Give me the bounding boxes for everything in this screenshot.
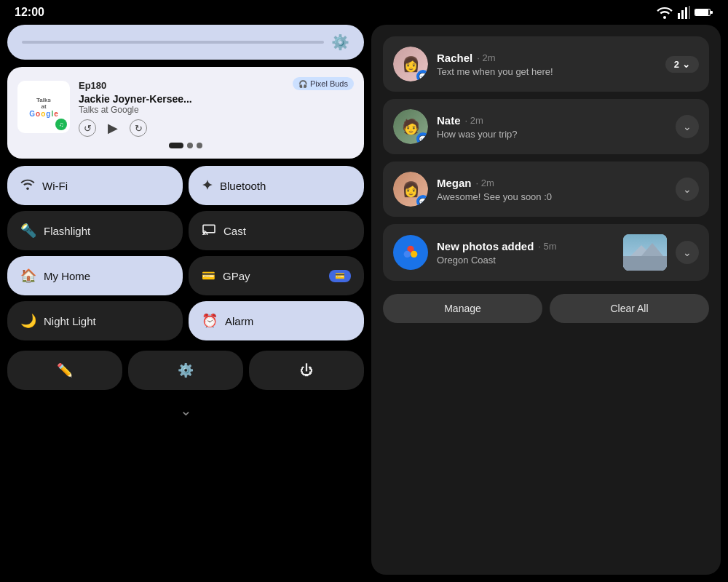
nate-content: Nate · 2m How was your trip?: [437, 114, 667, 140]
media-controls: ↺ ▶ ↻: [79, 119, 354, 137]
megan-time: · 2m: [476, 178, 494, 188]
bluetooth-label: Bluetooth: [220, 180, 266, 192]
wifi-status-icon: [657, 6, 673, 19]
status-bar: 12:00: [0, 0, 728, 25]
play-button[interactable]: ▶: [108, 120, 118, 136]
megan-header: Megan · 2m: [437, 177, 667, 189]
flashlight-icon: 🔦: [20, 223, 36, 239]
megan-avatar: 👩 💬: [393, 172, 428, 207]
brightness-bar[interactable]: ⚙️: [7, 25, 364, 60]
settings-button[interactable]: ⚙️: [128, 351, 243, 390]
bottom-bar: ✏️ ⚙️ ⏻: [7, 351, 364, 390]
google-photos-icon: [393, 235, 428, 270]
message-app-icon-nate: 💬: [416, 132, 428, 144]
megan-expand-button[interactable]: ⌄: [676, 178, 699, 201]
brightness-slider[interactable]: [22, 41, 324, 44]
media-album-art: Talks at Google ♫: [17, 81, 70, 133]
gpay-label: GPay: [223, 270, 250, 282]
gpay-card-badge: 💳: [329, 270, 351, 282]
collapse-chevron[interactable]: ⌄: [7, 397, 364, 423]
nate-message: How was your trip?: [437, 129, 667, 140]
media-pagination-dots: [17, 143, 354, 148]
media-source: Talks at Google: [79, 105, 354, 115]
forward-15-button[interactable]: ↻: [130, 119, 147, 137]
chevron-down-icon: ⌄: [682, 59, 690, 70]
edit-button[interactable]: ✏️: [7, 351, 122, 390]
toggle-grid: Wi-Fi ✦ Bluetooth 🔦 Flashlight Cast 🏠: [7, 166, 364, 340]
clear-all-button[interactable]: Clear All: [550, 294, 709, 323]
nate-expand-button[interactable]: ⌄: [676, 115, 699, 138]
flashlight-toggle[interactable]: 🔦 Flashlight: [7, 211, 183, 250]
wifi-toggle[interactable]: Wi-Fi: [7, 166, 183, 205]
alarm-toggle[interactable]: ⏰ Alarm: [189, 301, 364, 340]
svg-rect-0: [678, 13, 680, 19]
manage-button[interactable]: Manage: [383, 294, 542, 323]
photos-subtitle: Oregon Coast: [437, 255, 614, 266]
nightlight-toggle[interactable]: 🌙 Night Light: [7, 301, 183, 340]
photos-time: · 5m: [538, 241, 556, 252]
alarm-icon: ⏰: [202, 313, 218, 329]
rachel-header: Rachel · 2m: [437, 52, 657, 64]
notifications-panel: 👩 💬 Rachel · 2m Text me when you get her…: [371, 25, 721, 575]
gpay-icon: 💳: [202, 269, 215, 282]
alarm-label: Alarm: [225, 315, 253, 327]
rachel-count-badge[interactable]: 2 ⌄: [665, 56, 699, 73]
media-card[interactable]: Talks at Google ♫ Ep180 🎧 Pixel Buds: [7, 67, 364, 159]
notification-photos[interactable]: New photos added · 5m Oregon Coast ⌄: [383, 224, 709, 281]
rachel-message: Text me when you get here!: [437, 66, 657, 77]
myhome-toggle[interactable]: 🏠 My Home: [7, 256, 183, 295]
home-icon: 🏠: [20, 268, 36, 284]
nate-name: Nate: [437, 114, 461, 127]
svg-rect-7: [695, 9, 708, 15]
nate-header: Nate · 2m: [437, 114, 667, 127]
power-button[interactable]: ⏻: [249, 351, 364, 390]
battery-icon: [695, 7, 713, 17]
notification-rachel[interactable]: 👩 💬 Rachel · 2m Text me when you get her…: [383, 36, 709, 92]
svg-rect-2: [685, 7, 687, 19]
notification-actions: Manage Clear All: [383, 294, 709, 323]
rachel-name: Rachel: [437, 52, 472, 64]
rachel-content: Rachel · 2m Text me when you get here!: [437, 52, 657, 77]
gpay-toggle[interactable]: 💳 GPay 💳: [189, 256, 364, 295]
message-app-icon: 💬: [416, 70, 428, 81]
nate-avatar: 🧑 💬: [393, 109, 428, 144]
cast-toggle[interactable]: Cast: [189, 211, 364, 250]
svg-rect-1: [681, 10, 684, 19]
svg-rect-14: [623, 256, 667, 271]
rewind-15-button[interactable]: ↺: [79, 119, 96, 137]
notification-nate[interactable]: 🧑 💬 Nate · 2m How was your trip? ⌄: [383, 99, 709, 154]
main-content: ⚙️ Talks at Google ♫ Ep180 🎧: [0, 25, 728, 582]
photos-thumbnail: [623, 234, 667, 271]
svg-rect-5: [711, 11, 713, 14]
settings-icon[interactable]: ⚙️: [331, 33, 349, 51]
message-app-icon-megan: 💬: [416, 195, 428, 207]
megan-content: Megan · 2m Awesome! See you soon :0: [437, 177, 667, 202]
cast-label: Cast: [223, 225, 246, 237]
media-info: Ep180 🎧 Pixel Buds Jackie Joyner-Kersee.…: [79, 77, 354, 137]
photos-header: New photos added · 5m: [437, 240, 614, 252]
myhome-label: My Home: [44, 270, 90, 282]
photos-content: New photos added · 5m Oregon Coast: [437, 240, 614, 266]
dot-3: [197, 143, 202, 148]
status-icons: [657, 6, 713, 19]
signal-icon: [677, 6, 690, 19]
dot-1: [169, 143, 183, 148]
notification-megan[interactable]: 👩 💬 Megan · 2m Awesome! See you soon :0 …: [383, 162, 709, 217]
bluetooth-icon: ✦: [202, 178, 213, 194]
media-title: Jackie Joyner-Kersee...: [79, 93, 354, 105]
svg-point-12: [411, 251, 417, 258]
media-episode: Ep180: [79, 80, 106, 91]
quick-settings-panel: ⚙️ Talks at Google ♫ Ep180 🎧: [7, 25, 364, 575]
moon-icon: 🌙: [20, 313, 36, 329]
rachel-avatar: 👩 💬: [393, 47, 428, 81]
megan-name: Megan: [437, 177, 472, 189]
wifi-label: Wi-Fi: [42, 180, 68, 192]
bluetooth-toggle[interactable]: ✦ Bluetooth: [189, 166, 364, 205]
svg-rect-3: [689, 6, 690, 19]
cast-icon: [202, 223, 216, 239]
photos-expand-button[interactable]: ⌄: [676, 241, 699, 264]
spotify-icon: ♫: [55, 119, 67, 130]
status-time: 12:00: [15, 6, 44, 19]
rachel-time: · 2m: [477, 52, 495, 63]
flashlight-label: Flashlight: [44, 225, 90, 237]
